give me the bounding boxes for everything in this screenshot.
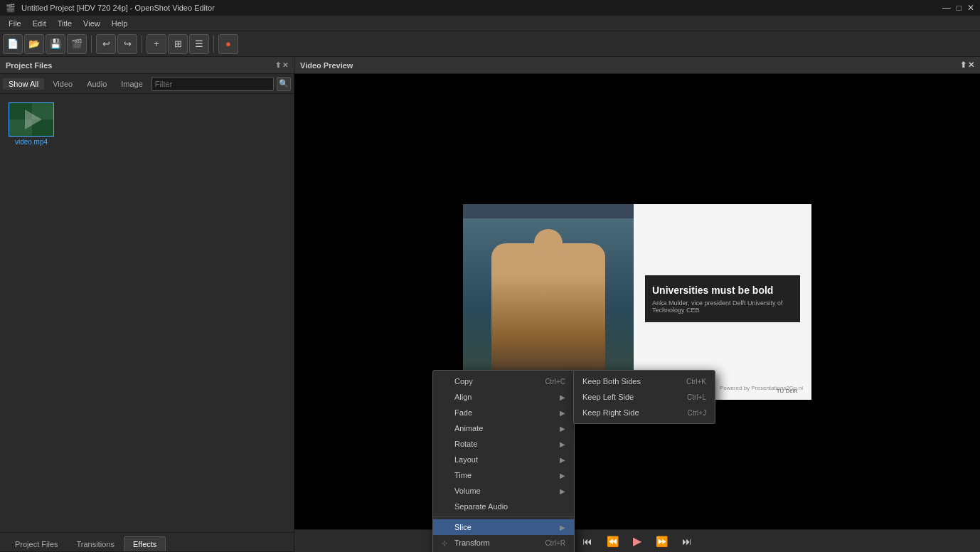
new-file-btn[interactable]: 📄 <box>3 34 23 54</box>
maximize-btn[interactable]: □ <box>957 3 962 13</box>
right-panel: Video Preview ⬆ ✕ TU oat ⊟ ⊟ ⊟ ⊟ mediasi… <box>294 57 980 552</box>
jump-end-btn[interactable]: ⏭ <box>678 533 696 550</box>
time-arrow-icon: ▶ <box>560 472 565 479</box>
transform-icon: ⊹ <box>442 539 450 547</box>
playback-controls: ⏮ ⏪ ▶ ⏩ ⏭ <box>294 529 980 552</box>
save-btn[interactable]: 💾 <box>46 34 65 54</box>
menu-view[interactable]: View <box>78 18 106 29</box>
sep-2 <box>142 36 142 53</box>
menu-edit[interactable]: Edit <box>27 18 52 29</box>
rewind-btn[interactable]: ⏪ <box>602 533 623 550</box>
preview-title: Video Preview <box>300 61 353 70</box>
tab-video[interactable]: Video <box>47 78 78 90</box>
ctx-time-label: Time <box>454 471 472 479</box>
slide-title: Universities must be bold <box>652 284 793 297</box>
panel-close-btn[interactable]: ✕ <box>282 61 288 69</box>
menu-file[interactable]: File <box>3 18 27 29</box>
sub-keep-right-shortcut: Ctrl+J <box>688 409 706 417</box>
ctx-separate-audio[interactable]: Separate Audio <box>433 499 574 514</box>
align-arrow-icon: ▶ <box>560 393 565 401</box>
preview-panel-controls: ⬆ ✕ <box>960 60 974 70</box>
ctx-layout[interactable]: Layout ▶ <box>433 452 574 467</box>
fast-forward-btn[interactable]: ⏩ <box>651 533 672 550</box>
slice-arrow-icon: ▶ <box>560 524 565 531</box>
slice-submenu: Keep Both Sides Ctrl+K Keep Left Side Ct… <box>573 370 715 424</box>
filter-input[interactable] <box>151 77 274 91</box>
sub-keep-both-shortcut: Ctrl+K <box>686 378 706 386</box>
open-btn[interactable]: 📂 <box>24 34 44 54</box>
sub-keep-both[interactable]: Keep Both Sides Ctrl+K <box>574 373 715 389</box>
ctx-transform-label: Transform <box>454 538 490 547</box>
redo-btn[interactable]: ↪ <box>117 34 137 54</box>
ctx-animate-label: Animate <box>454 424 483 432</box>
filter-bar: Show All Video Audio Image 🔍 <box>0 74 294 94</box>
layout-arrow-icon: ▶ <box>560 456 565 464</box>
filter-search-btn[interactable]: 🔍 <box>277 77 291 91</box>
rotate-arrow-icon: ▶ <box>560 440 565 448</box>
tudelft-logo: TU Delft <box>777 388 797 394</box>
tab-transitions[interactable]: Transitions <box>68 536 124 551</box>
toolbar: 📄 📂 💾 🎬 ↩ ↪ + ⊞ ☰ ● <box>0 31 980 57</box>
panel-float-btn[interactable]: ⬆ <box>275 61 281 69</box>
add-track-btn[interactable]: + <box>147 34 166 54</box>
ctx-fade-label: Fade <box>454 408 472 417</box>
list-btn[interactable]: ☰ <box>189 34 209 54</box>
play-btn[interactable]: ▶ <box>629 531 646 551</box>
menu-title[interactable]: Title <box>52 18 78 29</box>
sep-3 <box>213 36 214 53</box>
menu-help[interactable]: Help <box>106 18 134 29</box>
file-item-video[interactable]: video.mp4 <box>6 100 57 149</box>
ctx-rotate[interactable]: Rotate ▶ <box>433 436 574 452</box>
project-files-title: Project Files <box>6 61 52 70</box>
preview-header: Video Preview ⬆ ✕ <box>294 57 980 74</box>
tab-project-files[interactable]: Project Files <box>6 536 68 551</box>
file-name: video.mp4 <box>15 138 48 146</box>
tab-effects[interactable]: Effects <box>124 536 166 551</box>
fade-arrow-icon: ▶ <box>560 409 565 417</box>
ctx-transform-shortcut: Ctrl+R <box>545 539 565 547</box>
sep-1 <box>91 36 92 53</box>
ctx-slice-label: Slice <box>454 523 472 531</box>
window-controls: — □ ✕ <box>942 3 974 13</box>
preview-close-btn[interactable]: ✕ <box>968 60 974 70</box>
ctx-align[interactable]: Align ▶ <box>433 389 574 405</box>
sub-keep-right-label: Keep Right Side <box>582 408 639 417</box>
slide-subtitle: Anka Mulder, vice president Delft Univer… <box>652 299 793 314</box>
record-btn[interactable]: ● <box>218 34 238 54</box>
ctx-time[interactable]: Time ▶ <box>433 467 574 483</box>
import-btn[interactable]: 🎬 <box>67 34 87 54</box>
ctx-fade[interactable]: Fade ▶ <box>433 405 574 420</box>
ctx-rotate-label: Rotate <box>454 440 477 448</box>
animate-arrow-icon: ▶ <box>560 425 565 432</box>
layout-btn[interactable]: ⊞ <box>168 34 188 54</box>
video-preview-area: TU oat ⊟ ⊟ ⊟ ⊟ mediasite Universities mu… <box>294 74 980 529</box>
slide-header: Universities must be bold Anka Mulder, v… <box>645 275 800 322</box>
ctx-animate[interactable]: Animate ▶ <box>433 420 574 436</box>
close-btn[interactable]: ✕ <box>967 3 974 13</box>
tab-image[interactable]: Image <box>115 78 149 90</box>
ctx-copy-label: Copy <box>454 377 473 386</box>
ctx-copy-shortcut: Ctrl+C <box>545 378 565 386</box>
project-files-panel-header: Project Files ⬆ ✕ <box>0 57 294 74</box>
ctx-copy[interactable]: Copy Ctrl+C <box>433 373 574 389</box>
sub-keep-right[interactable]: Keep Right Side Ctrl+J <box>574 405 715 420</box>
context-menu: Copy Ctrl+C Align ▶ Fade ▶ Animate ▶ Rot… <box>432 370 575 552</box>
ctx-align-label: Align <box>454 393 472 401</box>
ctx-transform[interactable]: ⊹ Transform Ctrl+R <box>433 535 574 551</box>
ctx-volume-label: Volume <box>454 487 481 495</box>
files-area: video.mp4 <box>0 94 294 532</box>
sub-keep-left-shortcut: Ctrl+L <box>687 393 706 401</box>
preview-float-btn[interactable]: ⬆ <box>960 60 966 70</box>
minimize-btn[interactable]: — <box>942 3 951 13</box>
tab-audio[interactable]: Audio <box>81 78 112 90</box>
sub-keep-left[interactable]: Keep Left Side Ctrl+L <box>574 389 715 405</box>
tab-show-all[interactable]: Show All <box>3 78 44 90</box>
ctx-volume[interactable]: Volume ▶ <box>433 483 574 499</box>
ctx-slice[interactable]: Slice ▶ <box>433 519 574 535</box>
undo-btn[interactable]: ↩ <box>96 34 116 54</box>
bottom-tabs-bar: Project Files Transitions Effects <box>0 532 294 552</box>
ctx-sep-1 <box>433 516 574 517</box>
video-thumbnail <box>9 102 53 137</box>
jump-start-btn[interactable]: ⏮ <box>578 533 597 550</box>
volume-arrow-icon: ▶ <box>560 487 565 495</box>
